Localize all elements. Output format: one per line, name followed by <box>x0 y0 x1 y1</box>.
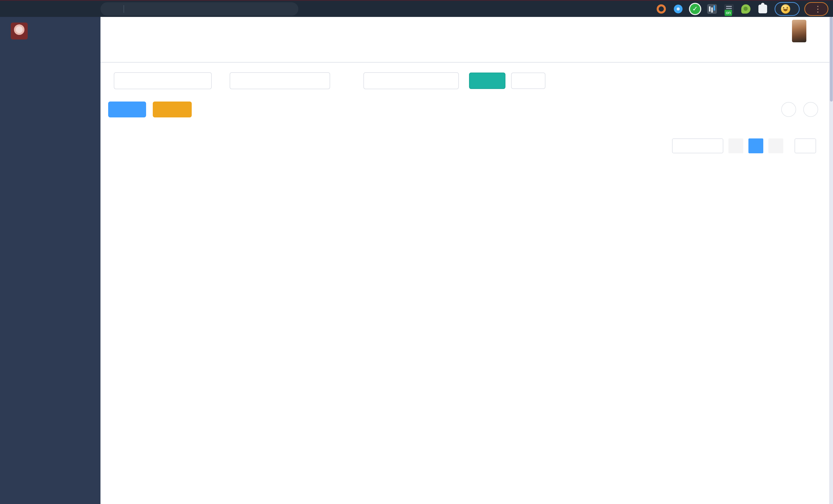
scrollbar-thumb[interactable] <box>830 17 833 101</box>
dict-tag-input[interactable] <box>236 77 324 85</box>
home-icon[interactable] <box>80 4 90 14</box>
next-page-button[interactable] <box>768 139 783 153</box>
page-number-button[interactable] <box>748 139 763 153</box>
chevron-down-icon <box>198 77 205 85</box>
ext-stats-icon[interactable] <box>706 3 718 15</box>
profile-paused-badge[interactable] <box>775 2 800 16</box>
help-icon[interactable] <box>725 26 735 36</box>
kebab-menu-icon[interactable]: ⋮ <box>814 5 822 13</box>
chevron-down-icon <box>445 77 452 85</box>
ext-onetab-icon[interactable] <box>723 3 735 15</box>
goto-page <box>791 139 820 153</box>
pagination <box>108 139 822 153</box>
status-select[interactable] <box>363 72 459 89</box>
ext-green-check-icon[interactable]: ✓ <box>689 3 701 15</box>
search-button[interactable] <box>469 73 505 89</box>
avatar[interactable] <box>792 20 806 42</box>
ext-puzzle-icon[interactable] <box>757 3 768 15</box>
ext-orange-ring-icon[interactable] <box>656 3 667 15</box>
refresh-icon <box>807 106 814 113</box>
update-button[interactable]: ⋮ <box>804 2 828 16</box>
toggle-search-button[interactable] <box>781 102 796 117</box>
tags-view-bar <box>100 45 829 63</box>
refresh-icon <box>523 77 530 84</box>
dict-tag-field <box>230 72 330 89</box>
magnifier-icon <box>482 77 489 84</box>
chevron-left-icon <box>733 143 739 149</box>
add-button[interactable] <box>108 101 146 117</box>
reload-icon[interactable] <box>56 4 66 14</box>
forward-icon[interactable] <box>32 4 42 14</box>
browser-toolbar: ✓ ⋮ <box>0 0 833 17</box>
extensions-row: ✓ <box>656 3 768 15</box>
main-header <box>100 17 829 45</box>
goto-page-input[interactable] <box>794 139 816 153</box>
address-bar[interactable] <box>100 2 298 16</box>
ext-leaf-icon[interactable] <box>740 3 752 15</box>
page-content <box>100 63 829 504</box>
github-icon[interactable] <box>703 26 714 36</box>
logo-image <box>11 23 28 40</box>
page-scrollbar[interactable] <box>829 17 833 504</box>
header-actions <box>682 20 821 42</box>
chevron-down-icon <box>711 142 718 149</box>
screen: ✓ ⋮ <box>0 0 833 504</box>
chevron-right-icon <box>773 143 779 149</box>
bookmark-star-icon[interactable] <box>639 4 648 14</box>
sidebar <box>0 17 100 504</box>
plus-icon <box>122 106 129 113</box>
font-size-icon[interactable] <box>768 26 778 36</box>
fullscreen-icon[interactable] <box>746 26 757 36</box>
browser-nav <box>0 4 90 14</box>
filter-form <box>108 72 822 89</box>
search-icon[interactable] <box>682 26 692 36</box>
warning-icon <box>107 5 115 13</box>
magnifier-icon <box>785 106 792 113</box>
right-toolbar <box>781 102 818 117</box>
export-button[interactable] <box>153 101 192 117</box>
url-divider <box>123 5 124 13</box>
ext-blue-drop-icon[interactable] <box>672 3 684 15</box>
emoji-avatar-icon <box>781 4 790 14</box>
reset-button[interactable] <box>511 73 545 89</box>
sidebar-menu <box>0 45 100 504</box>
table-toolbar <box>108 101 822 117</box>
app-logo[interactable] <box>0 17 100 45</box>
prev-page-button[interactable] <box>729 139 743 153</box>
refresh-table-button[interactable] <box>803 102 818 117</box>
chevron-down-icon[interactable] <box>814 28 821 34</box>
page-size-select[interactable] <box>672 139 723 153</box>
download-icon <box>167 106 174 113</box>
back-icon[interactable] <box>8 4 18 14</box>
dict-name-select[interactable] <box>114 72 212 89</box>
sidebar-fold-icon[interactable] <box>109 26 120 37</box>
